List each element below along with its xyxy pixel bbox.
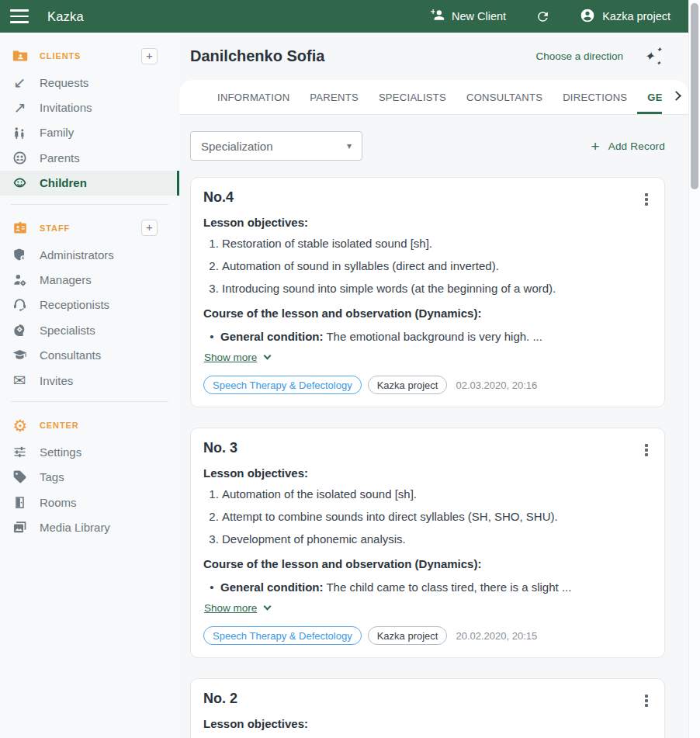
person-add-icon: [430, 8, 445, 25]
account-menu[interactable]: Kazka project: [580, 8, 671, 26]
sidebar-item-tags[interactable]: Tags: [0, 465, 179, 490]
sidebar-item-consultants[interactable]: Consultants: [0, 343, 179, 368]
new-client-button[interactable]: New Client: [430, 8, 506, 25]
objectives-list: Restoration of stable isolated sound [sh…: [203, 235, 652, 296]
sidebar-item-label: Specialists: [40, 324, 95, 337]
sidebar-item-label: Family: [40, 126, 74, 139]
specialization-select-value: Specialization: [201, 140, 273, 153]
tab-directions[interactable]: DIRECTIONS: [553, 80, 637, 114]
show-more-button[interactable]: Show more: [204, 602, 270, 614]
kebab-menu-icon[interactable]: [638, 191, 655, 208]
tab-consultants[interactable]: CONSULTANTS: [456, 80, 553, 114]
sidebar-item-label: Children: [40, 176, 87, 189]
kebab-menu-icon[interactable]: [638, 692, 655, 709]
child-face-icon: [11, 174, 29, 192]
objective-item: Attempt to combine sounds into direct sy…: [222, 508, 652, 525]
record-card: No.4 Lesson objectives: Restoration of s…: [190, 177, 665, 407]
sidebar-item-administrators[interactable]: Administrators: [0, 242, 179, 267]
graduation-cap-icon: [11, 346, 29, 364]
condition-row: • General condition: The emotional backg…: [203, 328, 652, 345]
tab-general[interactable]: GENERAL: [637, 80, 662, 114]
record-timestamp: 02.03.2020, 20:16: [456, 379, 537, 391]
arrow-down-left-icon: [11, 74, 29, 92]
specialization-chip[interactable]: Speech Therapy & Defectology: [203, 376, 362, 394]
condition-label: General condition:: [220, 330, 324, 343]
specialization-select[interactable]: Specialization: [190, 131, 362, 161]
sidebar-item-specialists[interactable]: Specialists: [0, 317, 179, 342]
tab-scroll-right-icon[interactable]: [671, 91, 681, 101]
envelope-icon: [11, 372, 29, 390]
sidebar-section-center: CENTER: [0, 411, 179, 439]
account-label: Kazka project: [602, 10, 671, 23]
sidebar-item-label: Administrators: [40, 248, 114, 262]
hamburger-menu-icon[interactable]: [10, 9, 29, 23]
chevron-down-icon: [264, 603, 272, 611]
new-client-label: New Client: [452, 10, 506, 23]
project-chip[interactable]: Kazka project: [368, 626, 448, 645]
condition-label: General condition:: [220, 580, 324, 594]
add-record-button[interactable]: + Add Record: [591, 139, 665, 154]
sidebar-item-label: Requests: [40, 76, 88, 89]
sidebar-section-clients: CLIENTS +: [0, 42, 179, 70]
choose-direction-link[interactable]: Choose a direction: [535, 50, 623, 62]
refresh-icon: [535, 9, 550, 24]
sidebar-item-rooms[interactable]: Rooms: [0, 490, 179, 515]
sidebar-item-invites[interactable]: Invites: [0, 368, 179, 393]
refresh-button[interactable]: [535, 9, 550, 24]
person-gear-icon: [11, 271, 29, 289]
condition-text: The emotional background is very high. .…: [326, 330, 542, 343]
kebab-menu-icon[interactable]: [638, 442, 655, 459]
tab-specialists[interactable]: SPECIALISTS: [369, 80, 456, 114]
tab-bar: INFORMATION PARENTS SPECIALISTS CONSULTA…: [179, 80, 688, 115]
sidebar-item-label: Rooms: [40, 496, 77, 509]
objectives-list: Automation of the isolated sound [sh]. A…: [203, 486, 652, 547]
objectives-heading: Lesson objectives:: [203, 216, 652, 229]
section-label-staff: STAFF: [40, 223, 70, 233]
sidebar-item-family[interactable]: Family: [0, 120, 179, 145]
objectives-heading: Lesson objectives:: [203, 466, 652, 480]
chevron-down-icon: [264, 352, 272, 360]
tag-icon: [11, 468, 29, 486]
sidebar-item-children[interactable]: Children: [0, 171, 179, 196]
main-content: Danilchenko Sofia Choose a direction INF…: [179, 33, 688, 738]
app-title: Kazka: [47, 9, 84, 24]
page-title: Danilchenko Sofia: [190, 47, 324, 65]
headset-icon: [11, 296, 29, 314]
sidebar-item-label: Settings: [40, 445, 81, 459]
course-heading: Course of the lesson and observation (Dy…: [203, 557, 652, 570]
record-title: No. 3: [203, 440, 652, 456]
sidebar-item-media-library[interactable]: Media Library: [0, 515, 179, 539]
objective-item: Restoration of stable isolated sound [sh…: [222, 235, 652, 251]
record-title: No. 2: [203, 691, 652, 707]
scrollbar-thumb[interactable]: [691, 3, 698, 189]
add-staff-button[interactable]: +: [141, 220, 158, 236]
add-client-button[interactable]: +: [141, 48, 158, 64]
bullet-icon: •: [203, 579, 220, 595]
sidebar-item-parents[interactable]: Parents: [0, 145, 179, 170]
project-chip[interactable]: Kazka project: [368, 376, 448, 394]
tune-icon: [11, 443, 29, 461]
app-bar: Kazka New Client Kazka project: [0, 0, 700, 33]
account-circle-icon: [580, 8, 595, 26]
door-icon: [11, 494, 29, 511]
condition-text: The child came to class tired, there is …: [326, 580, 571, 594]
sidebar-divider: [11, 401, 168, 402]
condition-row: • General condition: The child came to c…: [203, 579, 652, 595]
sidebar-item-label: Parents: [40, 151, 80, 165]
show-more-label: Show more: [204, 352, 257, 363]
tab-parents[interactable]: PARENTS: [300, 80, 369, 114]
scrollbar[interactable]: [688, 0, 700, 738]
specialization-chip[interactable]: Speech Therapy & Defectology: [203, 626, 362, 645]
sidebar-item-invitations[interactable]: Invitations: [0, 95, 179, 120]
sidebar-item-managers[interactable]: Managers: [0, 267, 179, 292]
sidebar-item-settings[interactable]: Settings: [0, 439, 179, 464]
sparkles-icon[interactable]: [644, 47, 662, 65]
tab-information[interactable]: INFORMATION: [207, 80, 300, 114]
sidebar-item-receptionists[interactable]: Receptionists: [0, 293, 179, 317]
show-more-button[interactable]: Show more: [204, 352, 270, 363]
sidebar-item-requests[interactable]: Requests: [0, 70, 179, 95]
show-more-label: Show more: [204, 602, 257, 614]
sidebar-item-label: Invitations: [40, 101, 92, 114]
sidebar-item-label: Receptionists: [40, 298, 109, 311]
sidebar: CLIENTS + Requests Invitations Family Pa…: [0, 33, 179, 738]
